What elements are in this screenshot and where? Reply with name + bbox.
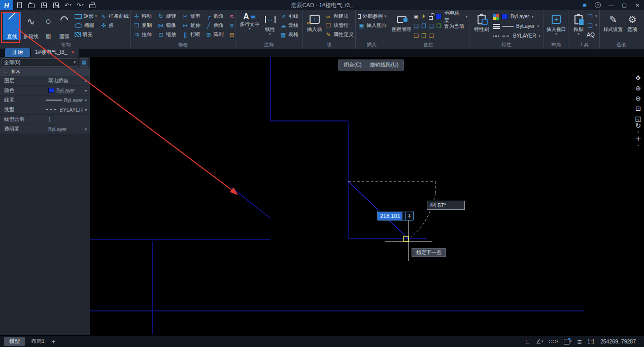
zoom-in-button[interactable]: ⊕ — [634, 84, 642, 92]
rect-tool-button[interactable]: 矩形▾ — [75, 12, 97, 21]
prop-lineweight-dropdown-icon[interactable]: ▾ — [85, 98, 87, 103]
tab-document[interactable]: 1#楼电气_t3_ ✕ — [31, 48, 79, 57]
annotation-scale[interactable]: 1:1 — [587, 338, 595, 344]
layer-on-off-icon[interactable]: ◉ — [414, 13, 419, 20]
ortho-toggle[interactable]: ∟ — [525, 338, 530, 344]
fillet-tool-button[interactable]: ╭圆角 — [205, 12, 228, 21]
model-space-tab[interactable]: 模型 — [4, 337, 25, 346]
arc-tool-button[interactable]: 圆弧 — [56, 12, 73, 40]
prop-row-layer[interactable]: 图层 弱电桥架▾ — [0, 76, 90, 86]
help-button[interactable]: ? — [591, 0, 604, 10]
layer-dropdown-icon[interactable]: ▾ — [465, 15, 467, 19]
trim-tool-button[interactable]: ✂修剪 — [182, 12, 205, 21]
layer-unlock-icon[interactable] — [429, 16, 433, 20]
lineweight-dropdown-icon[interactable]: ▾ — [537, 24, 539, 28]
color-dropdown-icon[interactable]: ▾ — [532, 15, 534, 19]
polar-dropdown-icon[interactable]: ▾ — [541, 339, 544, 343]
new-file-button[interactable] — [13, 0, 25, 10]
options-button[interactable]: ⚙ 选项 — [624, 12, 640, 33]
object-color-control[interactable]: ByLayer ▾ — [493, 12, 540, 21]
hatch-tool-button[interactable]: 填充 — [75, 30, 97, 39]
panel-title-annotate[interactable]: 注释 — [235, 42, 302, 48]
copy-base-dropdown-icon[interactable]: ▾ — [595, 23, 597, 27]
find-replace-button[interactable]: AQ — [587, 30, 597, 39]
orbit-button[interactable]: ↻▾ — [634, 124, 642, 133]
copy-tool-button[interactable]: ❐复制 — [133, 21, 157, 30]
prop-transparency-dropdown-icon[interactable]: ▾ — [85, 127, 87, 132]
copy-clip-button[interactable]: ❐▾ — [587, 12, 597, 21]
grid-dropdown-icon[interactable]: ▾ — [557, 339, 559, 343]
stretch-tool-button[interactable]: ⇉拉伸 — [133, 30, 157, 39]
prop-layer-dropdown-icon[interactable]: ▾ — [85, 79, 87, 83]
mtext-dropdown-icon[interactable]: ▾ — [249, 27, 251, 30]
layer-freeze-other-icon[interactable]: ❏ — [429, 23, 434, 29]
panel-title-layer[interactable]: 图层 — [388, 42, 469, 48]
prop-linetype-dropdown-icon[interactable]: ▾ — [85, 108, 87, 112]
drawing-canvas[interactable]: 闭合(C) 撤销线段(U) 218.101 ↧ 44.57° 指定下一点 ✥ ⊕… — [90, 57, 644, 335]
layer-off-other-icon[interactable]: ❏ — [414, 33, 419, 39]
close-button[interactable]: ✕ — [631, 0, 644, 10]
panel-title-tools[interactable]: 工具 — [568, 42, 599, 48]
dynamic-input-toggle[interactable]: ▾ — [564, 339, 572, 344]
quick-select-button[interactable]: ▦ — [80, 58, 88, 67]
maximize-button[interactable]: ▢ — [618, 0, 631, 10]
panel-title-draw[interactable]: 绘制 — [1, 42, 130, 48]
chamfer-tool-button[interactable]: ╱倒角 — [205, 21, 228, 30]
ellipse-tool-button[interactable]: 椭圆 — [75, 21, 97, 30]
block-manager-button[interactable]: ❒块管理 — [325, 21, 354, 30]
layer-manager-button[interactable]: 图层管理 — [390, 12, 413, 33]
circle-tool-button[interactable]: ○ 圆 — [41, 12, 56, 40]
prop-row-lineweight[interactable]: 线宽 ByLayer▾ — [0, 96, 90, 105]
ucs-move-button[interactable]: ✛▾ — [634, 138, 642, 146]
leader-button[interactable]: ↗引线 — [280, 12, 298, 21]
open-file-button[interactable] — [25, 0, 38, 10]
lineweight-control[interactable]: ByLayer ▾ — [493, 21, 540, 31]
panel-title-modify[interactable]: 修改 — [131, 42, 235, 48]
pan-button[interactable]: ✥ — [634, 74, 642, 82]
dynamic-input-down-icon[interactable]: ↧ — [405, 212, 413, 220]
lineweight-display-toggle[interactable]: ≡ — [578, 337, 582, 346]
break-tool-button[interactable]: ][打断 — [182, 30, 205, 39]
line-tool-button[interactable]: 直线 — [3, 12, 21, 40]
snap-grid-toggle[interactable]: ∷∷▾ — [549, 338, 559, 345]
table-button[interactable]: ▦表格 — [280, 30, 298, 39]
collapse-icon[interactable]: — — [4, 70, 8, 75]
panel-title-block[interactable]: 块 — [303, 42, 355, 48]
insert-image-button[interactable]: ▣插入图片 — [358, 21, 386, 30]
dynamic-input-angle[interactable]: 44.57° — [427, 201, 465, 210]
polar-tracking-toggle[interactable]: ∠▾ — [536, 338, 543, 345]
linetype-control[interactable]: BYLAYER ▾ — [493, 31, 540, 41]
redo-dropdown-icon[interactable]: ▾ — [82, 3, 84, 7]
prop-color-dropdown-icon[interactable]: ▾ — [85, 88, 87, 93]
zoom-out-button[interactable]: ⊖ — [634, 94, 642, 103]
layer-isolate-icon[interactable]: ❐ — [421, 23, 426, 29]
account-button[interactable]: ☻ — [578, 0, 591, 10]
match-properties-button[interactable]: 特性刷 — [471, 12, 492, 33]
create-block-button[interactable]: ∞创建块 — [325, 12, 354, 21]
dynamic-length-value[interactable]: 218.101 — [378, 212, 402, 220]
prop-row-transparency[interactable]: 透明度 ByLayer▾ — [0, 124, 90, 134]
app-logo[interactable]: H — [0, 0, 13, 10]
context-undo-option[interactable]: 撤销线段(U) — [370, 61, 399, 69]
mtext-button[interactable]: A≣ 多行文字 ▾ — [238, 12, 262, 31]
add-layout-button[interactable]: + — [52, 338, 56, 345]
mirror-tool-button[interactable]: ⋈镜像 — [157, 21, 182, 30]
copy-base-button[interactable]: ❏▾ — [587, 21, 597, 30]
layer-color-swatch[interactable] — [435, 14, 442, 19]
spline-tool-button[interactable]: ∿样条曲线 — [100, 12, 129, 21]
undo-button[interactable]: ↶▾ — [62, 0, 74, 10]
panel-title-layout[interactable]: 布局 — [544, 42, 568, 48]
linetype-dropdown-icon[interactable]: ▾ — [538, 34, 540, 38]
zoom-window-button[interactable]: ⊡ — [634, 104, 642, 113]
context-close-option[interactable]: 闭合(C) — [344, 61, 362, 69]
prop-row-color[interactable]: 颜色 ByLayer▾ — [0, 86, 90, 96]
layer-lock-icon[interactable]: ❐ — [421, 33, 426, 39]
copy-clip-dropdown-icon[interactable]: ▾ — [595, 14, 597, 18]
layer-unlock-other-icon[interactable]: ❏ — [429, 33, 434, 39]
undo-dropdown-icon[interactable]: ▾ — [70, 3, 72, 7]
layer-freeze-icon[interactable]: ☀ — [421, 13, 426, 20]
style-settings-button[interactable]: ✎ 样式设置 — [602, 12, 624, 33]
dyninput-dropdown-icon[interactable]: ▾ — [570, 339, 572, 343]
insert-block-button[interactable]: ↑ 插入块 — [305, 12, 324, 33]
viewport-dropdown-icon[interactable]: ▾ — [555, 33, 557, 36]
